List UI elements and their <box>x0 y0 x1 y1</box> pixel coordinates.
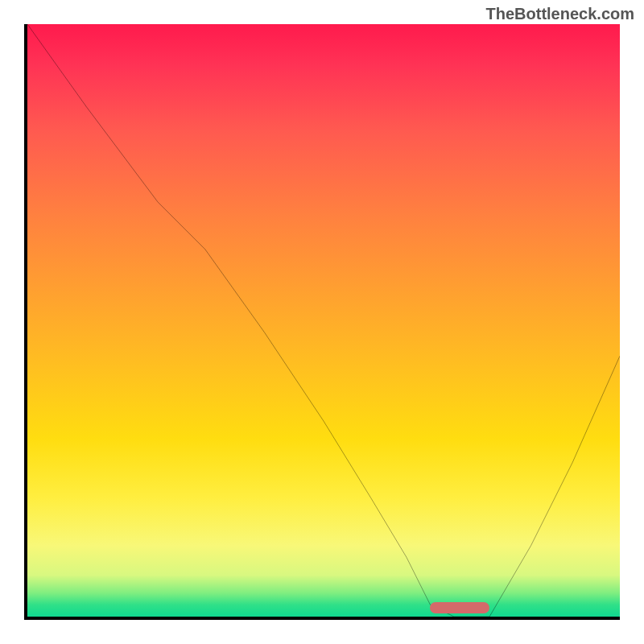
chart-plot-area <box>24 24 620 620</box>
chart-curve-path <box>27 24 620 617</box>
chart-curve-svg <box>27 24 620 617</box>
watermark-text: TheBottleneck.com <box>486 5 634 23</box>
optimal-range-marker <box>430 602 489 613</box>
